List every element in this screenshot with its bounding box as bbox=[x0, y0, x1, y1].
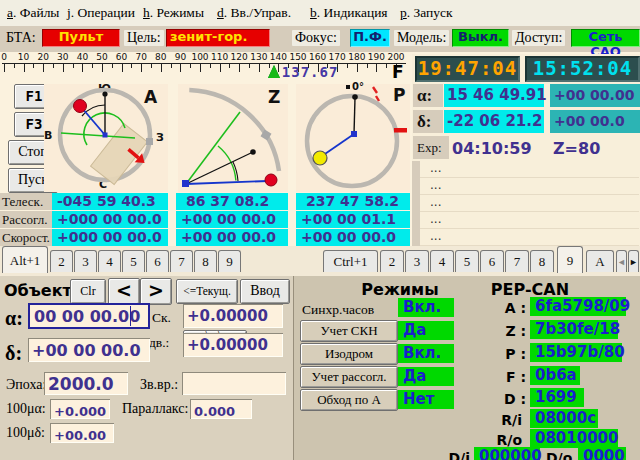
clock-left-digits: 19:47:04 bbox=[418, 57, 518, 79]
pep-z-label: Z : bbox=[500, 323, 526, 339]
mismatch-account-button[interactable]: Учет рассогл. bbox=[300, 366, 398, 388]
copy-current-button[interactable]: <=Текущ. bbox=[176, 279, 238, 304]
tab-ctrl-7[interactable]: 7 bbox=[505, 250, 529, 272]
object-alpha-label: α: bbox=[5, 307, 23, 330]
message-list-gutter bbox=[412, 161, 420, 246]
tab-ctrl-4[interactable]: 4 bbox=[430, 250, 454, 272]
epoch-input[interactable] bbox=[44, 372, 128, 395]
parallax-input[interactable] bbox=[190, 399, 252, 419]
dial-z-graphic bbox=[178, 84, 288, 192]
alpha-label: α: bbox=[413, 84, 443, 107]
readout-p-mismatch: +00 00 01.1 bbox=[296, 211, 410, 228]
message-item: ... bbox=[420, 212, 639, 229]
pep-a-label: A : bbox=[500, 300, 526, 316]
speed-label-1: Ск. bbox=[152, 310, 171, 326]
tab-alt-6[interactable]: 6 bbox=[146, 250, 169, 272]
mu-alpha-input[interactable] bbox=[50, 399, 110, 419]
speed-delta-input[interactable] bbox=[183, 333, 283, 357]
dial-p-panel: P 0° bbox=[296, 84, 410, 192]
tab-alt1[interactable]: Alt+1 bbox=[2, 246, 48, 273]
readout-p-speed: +00 00 00.0 bbox=[296, 229, 410, 246]
exp-value: 04:10:59 bbox=[452, 139, 532, 158]
model-label: Модель: bbox=[394, 30, 449, 46]
mu-delta-input[interactable] bbox=[50, 423, 114, 443]
object-delta-label: δ: bbox=[5, 342, 22, 365]
pep-di-label: D/i bbox=[444, 450, 470, 460]
next-object-button[interactable]: > bbox=[140, 278, 172, 305]
tab-ctrl1[interactable]: Ctrl+1 bbox=[323, 250, 378, 272]
sync-clock-label: Синхр.часов bbox=[302, 302, 374, 318]
menu-item-files[interactable]: a. Файлы bbox=[7, 5, 59, 21]
tab-a[interactable]: A bbox=[586, 250, 614, 272]
dial-a-panel: А Ю В З С bbox=[44, 84, 168, 192]
readout-z-speed: +00 00 00.0 bbox=[176, 229, 288, 246]
object-delta-input[interactable] bbox=[28, 338, 150, 362]
coordinates-panel: 19:47:04 15:52:04 α: 15 46 49.91 +00 00.… bbox=[412, 54, 640, 246]
menu-item-modes[interactable]: h. Режимы bbox=[143, 5, 204, 21]
ruler-marker-value: 137.67 bbox=[282, 64, 339, 80]
tab-alt-4[interactable]: 4 bbox=[98, 250, 121, 272]
object-alpha-input[interactable] bbox=[28, 303, 150, 329]
tab-alt-3[interactable]: 3 bbox=[74, 250, 97, 272]
menu-item-io-control[interactable]: d. Вв./Управ. bbox=[217, 5, 291, 21]
delta-offset: +00 00.0 bbox=[550, 110, 640, 133]
prev-object-button[interactable]: < bbox=[108, 278, 140, 305]
mu-alpha-label: 100μα: bbox=[6, 401, 46, 417]
model-indicator: Выкл. bbox=[452, 29, 509, 47]
focus-scale-label: F bbox=[392, 62, 404, 82]
menu-item-launch[interactable]: p. Запуск bbox=[400, 5, 453, 21]
readout-a-speed: +000 00 00.0 bbox=[52, 229, 168, 246]
tab-alt-8[interactable]: 8 bbox=[194, 250, 217, 272]
menu-item-operations[interactable]: j. Операции bbox=[67, 5, 135, 21]
target-indicator: зенит-гор. bbox=[166, 29, 270, 47]
menu-item-indication[interactable]: b. Индикация bbox=[310, 5, 388, 21]
tab-ctrl-5[interactable]: 5 bbox=[455, 250, 479, 272]
isodrome-button[interactable]: Изодром bbox=[300, 343, 398, 365]
focus-label: Фокус: bbox=[292, 30, 340, 46]
pep-do-value: 0000 bbox=[578, 447, 626, 460]
sidereal-input[interactable] bbox=[182, 372, 286, 395]
message-item: ... bbox=[420, 195, 639, 212]
mismatch-account-value: Да bbox=[398, 367, 454, 386]
tab-ctrl-9[interactable]: 9 bbox=[557, 246, 583, 273]
tab-alt-9[interactable]: 9 bbox=[218, 250, 241, 272]
bta-indicator: Пульт bbox=[42, 29, 120, 47]
text-cursor bbox=[130, 306, 131, 326]
access-label: Доступ: bbox=[512, 30, 565, 46]
skn-button[interactable]: Учет СКН bbox=[300, 320, 398, 342]
tab-ctrl-3[interactable]: 3 bbox=[405, 250, 429, 272]
tab-ctrl-6[interactable]: 6 bbox=[480, 250, 504, 272]
message-item: ... bbox=[420, 178, 639, 195]
tab-alt-7[interactable]: 7 bbox=[170, 250, 193, 272]
sync-clock-value: Вкл. bbox=[398, 298, 454, 317]
readout-label-mismatch: Рассогл. bbox=[0, 211, 52, 228]
clock-right-digits: 15:52:04 bbox=[533, 57, 633, 79]
tab-ctrl-2[interactable]: 2 bbox=[380, 250, 404, 272]
mu-delta-label: 100μδ: bbox=[6, 425, 45, 441]
speed-alpha-input[interactable] bbox=[183, 304, 283, 328]
readout-label-telescope: Телеск. bbox=[0, 193, 52, 210]
clock-right: 15:52:04 bbox=[525, 56, 640, 82]
exp-label: Exp: bbox=[413, 136, 449, 159]
bta-console-window: a. Файлы j. Операции h. Режимы d. Вв./Уп… bbox=[0, 0, 640, 460]
position-ruler: 0102030405060708090100110120130140150160… bbox=[0, 52, 412, 84]
object-panel: Объект Clr < > <=Текущ. Ввод α: Ск. \ \ … bbox=[0, 276, 293, 460]
dial-a-graphic bbox=[44, 84, 168, 192]
clr-button[interactable]: Clr bbox=[70, 279, 106, 304]
pep-di-value: 000000 bbox=[474, 447, 540, 460]
readout-a-telescope: -045 59 40.3 bbox=[52, 193, 168, 210]
access-indicator: Сеть САО bbox=[571, 29, 640, 47]
pep-a-value: 6fa5798/09 bbox=[530, 297, 626, 316]
tabs-right-arrow[interactable]: ► bbox=[628, 250, 639, 272]
pep-ri-value: 08000c bbox=[530, 409, 598, 428]
clock-left: 19:47:04 bbox=[415, 56, 520, 82]
tabs-left-arrow[interactable]: ◄ bbox=[616, 250, 627, 272]
bypass-a-button[interactable]: Обход по A bbox=[300, 389, 398, 411]
bypass-a-value: Нет bbox=[398, 390, 454, 409]
enter-button[interactable]: Ввод bbox=[240, 279, 290, 304]
alpha-value: 15 46 49.91 bbox=[444, 84, 544, 107]
tab-alt-2[interactable]: 2 bbox=[50, 250, 73, 272]
tab-ctrl-8[interactable]: 8 bbox=[530, 250, 554, 272]
tab-alt-5[interactable]: 5 bbox=[122, 250, 145, 272]
pep-d-value: 1699 bbox=[530, 388, 584, 407]
